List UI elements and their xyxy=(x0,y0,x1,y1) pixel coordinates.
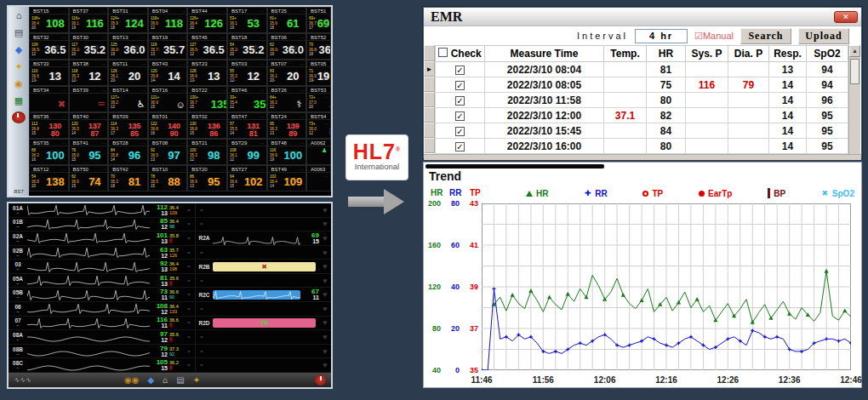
bedside-row[interactable]: 08A▪▪971235.6!≈≈♥ xyxy=(9,330,331,345)
patient-tile[interactable]: BST30· ·11735.2-20♥35.2 xyxy=(69,33,109,60)
search-button[interactable]: Search xyxy=(740,28,791,44)
row-checkbox[interactable]: ✓ xyxy=(455,142,465,151)
patient-tile[interactable]: BST31· ·124+35.918♥124 xyxy=(108,7,148,33)
patient-tile[interactable]: BST37· ·116+36.119♥116 xyxy=(69,7,109,33)
patient-tile[interactable]: BST16· ·121+36.915☺ xyxy=(148,86,188,112)
row-selector[interactable] xyxy=(424,107,435,123)
patient-tile[interactable]: BST54· ·73+36.012▤ xyxy=(306,112,331,139)
column-header[interactable]: Temp. xyxy=(604,46,647,62)
patient-tile[interactable]: BST47· ·5735.514♥13181 xyxy=(227,112,267,139)
check-all-checkbox[interactable] xyxy=(438,48,448,57)
bedside-row[interactable]: 01A▪▪1121336.4109≈≈♥ xyxy=(9,203,331,218)
patient-tile[interactable]: BST12· ·5436.820♥138 xyxy=(29,165,69,191)
power-icon[interactable] xyxy=(315,374,326,386)
alarm-banner[interactable] xyxy=(213,290,300,300)
patient-tile[interactable]: BST23· ·12836.613-♥13 xyxy=(187,60,227,86)
row-selector[interactable] xyxy=(424,138,435,153)
column-header[interactable]: Check xyxy=(436,46,485,62)
patient-tile[interactable]: BST06· ·6236.0-19♥36.0 xyxy=(267,33,307,60)
home-icon[interactable]: ⌂ xyxy=(163,375,168,385)
patient-tile[interactable]: BST19· ·11935.7-13♥35.7 xyxy=(148,33,188,60)
disk-icon[interactable]: ◆ xyxy=(147,375,154,385)
patient-tile[interactable]: BST49· ·10236.414♥109 xyxy=(267,165,307,191)
column-header[interactable]: SpO2 xyxy=(807,46,848,62)
table-row[interactable]: ✓2022/3/10 08:04811394 xyxy=(436,62,848,77)
row-selector[interactable] xyxy=(424,77,435,92)
row-selector[interactable] xyxy=(424,123,435,138)
patient-tile[interactable]: BST45· ·12736.5-12♥36.5 xyxy=(187,33,227,60)
bedside-row[interactable]: 02A▪▪1011335.8!≈R2A6915♥ xyxy=(9,231,331,246)
patient-tile[interactable]: BST35· ·6836.316♥100 xyxy=(29,139,69,165)
bedside-row[interactable]: 05B▪▪731136.690≈R2C6711♥ xyxy=(9,288,331,302)
patient-tile[interactable]: BST28· ·8435.814♥96 xyxy=(108,139,148,165)
patient-tile[interactable]: BST27· ·9436.615♥102 xyxy=(227,165,267,191)
row-checkbox[interactable]: ✓ xyxy=(455,66,465,75)
patient-tile[interactable]: BST14· ·127+36.212♿ xyxy=(108,86,148,112)
bedside-row[interactable]: 06▪▪1081236.4133≈≈♥ xyxy=(9,302,331,317)
patient-tile[interactable]: BST38· ·11835.312-♥12 xyxy=(69,60,109,86)
patient-tile[interactable]: BST15· ·108+36.420♥108 xyxy=(29,7,69,33)
patient-tile[interactable]: BST34· ·✖ xyxy=(29,86,69,112)
patient-tile[interactable]: BST25· ·61+35.918♥61 xyxy=(267,7,307,33)
link-icon[interactable]: ◉◉ xyxy=(124,375,139,385)
patient-tile[interactable]: BST01· ·12236.816♥14090 xyxy=(148,112,188,139)
column-header[interactable]: Sys. P xyxy=(686,46,728,62)
patient-tile[interactable]: BST33· ·11036.613-♥13 xyxy=(29,60,69,86)
column-header[interactable]: Measure Time xyxy=(485,46,604,62)
bedside-row[interactable]: 02B▪▪631235.7126≈≈♥ xyxy=(9,246,331,260)
bedside-row[interactable]: 05A▪▪811335.6!≈≈♥ xyxy=(9,274,331,289)
row-checkbox[interactable]: ✓ xyxy=(455,127,465,136)
column-header[interactable]: HR xyxy=(647,46,686,62)
patient-tile[interactable]: BST26· ·64+36.212⚕ xyxy=(267,86,307,112)
patient-tile[interactable]: BST53· ·72+37.020⚠ xyxy=(306,86,331,112)
interval-value-box[interactable]: 4 hr xyxy=(635,29,688,43)
patient-tile[interactable]: BST52· ·7036.8-18♥36.8 xyxy=(306,33,331,60)
row-checkbox[interactable]: ✓ xyxy=(455,81,465,90)
alarm-banner[interactable]: 70 xyxy=(213,318,316,328)
row-selector[interactable] xyxy=(424,92,435,107)
patient-tile[interactable]: BST46· ·33+35.41235 xyxy=(227,86,267,112)
patient-tile[interactable]: BST32· ·10936.5-12♥36.5 xyxy=(29,33,69,60)
patient-tile[interactable]: BST13· ·12536.0-19♥36.0 xyxy=(108,33,148,60)
row-checkbox[interactable]: ✓ xyxy=(455,96,465,106)
upload-button[interactable]: Upload xyxy=(798,28,849,44)
patient-tile[interactable]: BST10· ·7836.515♥88 xyxy=(148,165,188,191)
column-header[interactable]: Resp. xyxy=(769,46,807,62)
patient-tile[interactable]: BST05· ·7136.919-♥19 xyxy=(306,60,331,86)
keys-icon[interactable]: ✦ xyxy=(12,60,26,72)
table-row[interactable]: ✓2022/3/10 11:58801496 xyxy=(436,93,848,108)
patient-tile[interactable]: BST41· ·7635.015♥95 xyxy=(69,139,109,165)
home-icon[interactable]: ⌂ xyxy=(12,9,26,21)
patient-tile[interactable]: BST09· ·11436.317♥13585 xyxy=(108,112,148,139)
bedside-row[interactable]: 03▪▪921336.4198≈R2B✖♥ xyxy=(9,260,331,274)
table-row[interactable]: ✓2022/3/10 15:45841495 xyxy=(436,123,848,139)
patient-tile[interactable]: BST42· ·7035.318♥81 xyxy=(108,165,148,191)
manual-checkbox[interactable]: ☑Manual xyxy=(694,31,734,42)
column-header[interactable]: Dia. P xyxy=(728,46,769,62)
scrollbar-thumb[interactable] xyxy=(850,59,859,84)
scroll-up-arrow[interactable]: ▲ xyxy=(849,45,860,57)
bedside-row[interactable]: 08C▪▪1051536.2!≈≈♥ xyxy=(9,358,331,373)
patient-tile[interactable]: BST44· ·126+36.420♥126 xyxy=(187,7,227,33)
bedside-row[interactable]: 01B▪▪851236.498≈≈♥ xyxy=(9,218,331,232)
horizontal-scrollbar[interactable] xyxy=(424,154,861,160)
patient-tile[interactable]: BST11· ·12636.120-♥20 xyxy=(108,60,148,86)
patient-tile[interactable]: BST03· ·5535.312-♥12 xyxy=(227,60,267,86)
disk-icon[interactable]: ◆ xyxy=(12,43,26,55)
vertical-scrollbar[interactable]: ▲ xyxy=(848,45,860,154)
patient-tile[interactable]: BST07· ·6336.120-♥20 xyxy=(267,60,307,86)
leads-off-icon[interactable]: ✖ xyxy=(213,262,316,271)
coins-icon[interactable]: ◉ xyxy=(12,77,26,89)
patient-tile[interactable]: BST36· ·11236.815♥13080 xyxy=(29,112,69,139)
patient-tile[interactable]: BST50· ·6236.615♥74 xyxy=(69,165,109,191)
patient-tile[interactable]: BST08· ·9236.513♥97 xyxy=(148,139,188,165)
patient-tile[interactable]: BST51· ·69+36.717♥69 xyxy=(306,7,331,33)
database-icon[interactable]: ▦ xyxy=(12,94,26,106)
patient-tile[interactable]: BST40· ·12036.514♥13787 xyxy=(69,112,109,139)
patient-tile[interactable]: BST04· ·118+36.612♥118 xyxy=(148,7,188,33)
patient-tile[interactable]: BST24· ·6536.313♥13989 xyxy=(267,112,307,139)
patient-tile[interactable]: BST18· ·5435.2-20♥35.2 xyxy=(227,33,267,60)
patient-tile[interactable]: A0062· ·♟ xyxy=(306,139,331,165)
row-selector[interactable]: ► xyxy=(424,61,435,77)
power-icon[interactable] xyxy=(12,111,26,123)
